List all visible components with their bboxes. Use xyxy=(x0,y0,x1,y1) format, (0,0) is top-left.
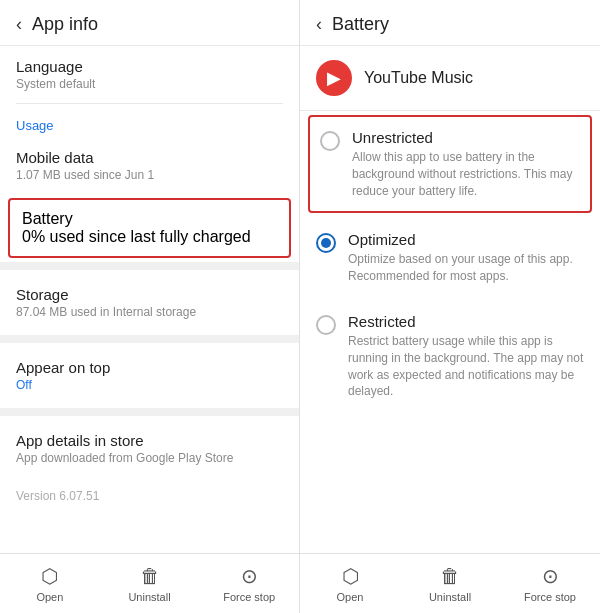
left-header: ‹ App info xyxy=(0,0,299,46)
storage-title: Storage xyxy=(16,286,283,303)
divider-3 xyxy=(0,335,299,343)
uninstall-icon: 🗑 xyxy=(140,565,160,588)
right-open-label: Open xyxy=(337,591,364,603)
right-header: ‹ Battery xyxy=(300,0,600,46)
right-content: ▶ YouTube Music Unrestricted Allow this … xyxy=(300,46,600,553)
right-panel-title: Battery xyxy=(332,14,389,35)
uninstall-label: Uninstall xyxy=(128,591,170,603)
app-details-title: App details in store xyxy=(16,432,283,449)
app-icon: ▶ xyxy=(316,60,352,96)
left-panel: ‹ App info Language System default Usage… xyxy=(0,0,300,613)
app-row: ▶ YouTube Music xyxy=(300,46,600,111)
restricted-text: Restricted Restrict battery usage while … xyxy=(348,313,584,400)
open-label: Open xyxy=(36,591,63,603)
left-force-stop-button[interactable]: ⊙ Force stop xyxy=(199,556,299,611)
right-force-stop-button[interactable]: ⊙ Force stop xyxy=(500,556,600,611)
app-details-item[interactable]: App details in store App downloaded from… xyxy=(0,420,299,477)
optimized-radio[interactable] xyxy=(316,233,336,253)
restricted-radio[interactable] xyxy=(316,315,336,335)
optimized-option[interactable]: Optimized Optimize based on your usage o… xyxy=(300,217,600,299)
unrestricted-text: Unrestricted Allow this app to use batte… xyxy=(352,129,580,199)
optimized-desc: Optimize based on your usage of this app… xyxy=(348,251,584,285)
storage-subtitle: 87.04 MB used in Internal storage xyxy=(16,305,283,319)
battery-subtitle: 0% used since last fully charged xyxy=(22,228,277,246)
mobile-data-item[interactable]: Mobile data 1.07 MB used since Jun 1 xyxy=(0,137,299,194)
app-details-subtitle: App downloaded from Google Play Store xyxy=(16,451,283,465)
right-panel: ‹ Battery ▶ YouTube Music Unrestricted A… xyxy=(300,0,600,613)
unrestricted-radio[interactable] xyxy=(320,131,340,151)
version-text: Version 6.07.51 xyxy=(0,477,299,515)
battery-title: Battery xyxy=(22,210,277,228)
appear-on-top-item[interactable]: Appear on top Off xyxy=(0,347,299,404)
language-subtitle: System default xyxy=(16,77,283,91)
force-stop-label: Force stop xyxy=(223,591,275,603)
right-force-stop-icon: ⊙ xyxy=(542,564,559,588)
right-force-stop-label: Force stop xyxy=(524,591,576,603)
storage-item[interactable]: Storage 87.04 MB used in Internal storag… xyxy=(0,274,299,331)
restricted-desc: Restrict battery usage while this app is… xyxy=(348,333,584,400)
appear-on-top-subtitle: Off xyxy=(16,378,283,392)
appear-on-top-title: Appear on top xyxy=(16,359,283,376)
optimized-title: Optimized xyxy=(348,231,584,248)
language-title: Language xyxy=(16,58,283,75)
mobile-data-title: Mobile data xyxy=(16,149,283,166)
right-back-arrow[interactable]: ‹ xyxy=(316,14,322,35)
battery-item[interactable]: Battery 0% used since last fully charged xyxy=(8,198,291,258)
left-back-arrow[interactable]: ‹ xyxy=(16,14,22,35)
right-open-icon: ⬡ xyxy=(342,564,359,588)
unrestricted-title: Unrestricted xyxy=(352,129,580,146)
optimized-text: Optimized Optimize based on your usage o… xyxy=(348,231,584,285)
app-name: YouTube Music xyxy=(364,69,473,87)
left-open-button[interactable]: ⬡ Open xyxy=(0,556,100,611)
left-uninstall-button[interactable]: 🗑 Uninstall xyxy=(100,557,200,611)
mobile-data-subtitle: 1.07 MB used since Jun 1 xyxy=(16,168,283,182)
right-uninstall-icon: 🗑 xyxy=(440,565,460,588)
restricted-title: Restricted xyxy=(348,313,584,330)
unrestricted-option[interactable]: Unrestricted Allow this app to use batte… xyxy=(308,115,592,213)
usage-section-label: Usage xyxy=(0,104,299,137)
left-panel-title: App info xyxy=(32,14,98,35)
divider-2 xyxy=(0,262,299,270)
right-bottom-bar: ⬡ Open 🗑 Uninstall ⊙ Force stop xyxy=(300,553,600,613)
open-icon: ⬡ xyxy=(41,564,58,588)
force-stop-icon: ⊙ xyxy=(241,564,258,588)
left-content: Language System default Usage Mobile dat… xyxy=(0,46,299,553)
left-bottom-bar: ⬡ Open 🗑 Uninstall ⊙ Force stop xyxy=(0,553,299,613)
right-uninstall-label: Uninstall xyxy=(429,591,471,603)
language-item[interactable]: Language System default xyxy=(0,46,299,103)
right-uninstall-button[interactable]: 🗑 Uninstall xyxy=(400,557,500,611)
unrestricted-desc: Allow this app to use battery in the bac… xyxy=(352,149,580,199)
divider-4 xyxy=(0,408,299,416)
restricted-option[interactable]: Restricted Restrict battery usage while … xyxy=(300,299,600,414)
right-open-button[interactable]: ⬡ Open xyxy=(300,556,400,611)
